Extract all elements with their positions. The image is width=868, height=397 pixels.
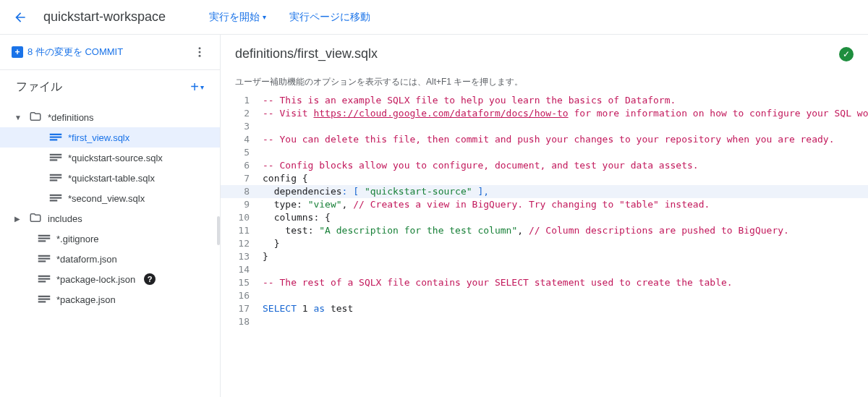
chevron-down-icon: ▼ — [14, 114, 23, 121]
commit-label: 8 件の変更を COMMIT — [27, 46, 123, 59]
svg-rect-25 — [38, 299, 51, 300]
line-number: 12 — [221, 237, 263, 250]
line-number: 15 — [221, 276, 263, 289]
file-icon — [38, 294, 51, 304]
files-heading: ファイル — [16, 80, 62, 95]
folder-icon — [29, 110, 42, 125]
code-token: test — [263, 225, 308, 236]
svg-rect-15 — [38, 235, 51, 236]
code-token: -- The rest of a SQLX file contains your… — [263, 277, 733, 288]
file-path-heading: definitions/first_view.sqlx — [235, 46, 839, 61]
tree-file-package-lock[interactable]: *package-lock.json ? — [0, 269, 220, 289]
svg-rect-26 — [38, 301, 46, 302]
code-token: : — [297, 199, 308, 210]
code-token: // Column descriptions are pushed to Big… — [529, 225, 789, 236]
tree-label: includes — [48, 213, 82, 224]
tree-label: *.gitignore — [56, 234, 99, 244]
help-icon[interactable]: ? — [144, 273, 156, 285]
line-number: 11 — [221, 224, 263, 237]
code-token: "quickstart-source" — [365, 186, 472, 197]
tree-label: *quickstart-table.sqlx — [68, 173, 155, 184]
sidebar-resize-handle[interactable] — [217, 216, 220, 245]
svg-rect-14 — [50, 200, 58, 201]
svg-rect-8 — [50, 159, 58, 161]
back-button[interactable] — [12, 9, 29, 26]
tree-label: *definitions — [48, 112, 94, 123]
code-token: columns — [263, 212, 313, 223]
svg-rect-3 — [50, 134, 62, 135]
tree-file-quickstart-source[interactable]: *quickstart-source.sqlx — [0, 148, 220, 168]
code-link[interactable]: https://cloud.google.com/dataform/docs/h… — [313, 108, 568, 119]
line-number: 4 — [221, 133, 263, 146]
svg-rect-19 — [38, 258, 51, 260]
code-token: : { — [313, 212, 330, 223]
add-file-button[interactable]: + ▾ — [190, 79, 204, 95]
chevron-right-icon: ▶ — [14, 215, 23, 223]
code-token: } — [263, 238, 279, 249]
go-to-execution-link[interactable]: 実行ページに移動 — [289, 11, 370, 24]
tree-label: *package-lock.json — [56, 274, 135, 285]
code-token: -- Config blocks allow you to configure,… — [263, 160, 699, 171]
line-number: 17 — [221, 302, 263, 315]
start-execution-button[interactable]: 実行を開始 ▾ — [209, 11, 266, 24]
code-token: config { — [263, 173, 308, 184]
file-icon — [38, 274, 51, 284]
svg-rect-6 — [50, 154, 62, 155]
code-token: } — [263, 251, 268, 262]
line-number: 9 — [221, 198, 263, 211]
tree-file-gitignore[interactable]: *.gitignore — [0, 229, 220, 249]
svg-rect-22 — [38, 278, 51, 280]
line-number: 6 — [221, 159, 263, 172]
code-token: ], — [472, 186, 489, 197]
svg-rect-18 — [38, 255, 51, 257]
line-number: 7 — [221, 172, 263, 185]
line-number: 3 — [221, 120, 263, 133]
plus-icon: + — [190, 79, 199, 95]
file-icon — [38, 234, 51, 244]
svg-rect-16 — [38, 238, 51, 239]
line-number: 1 — [221, 94, 263, 107]
svg-rect-13 — [50, 197, 62, 199]
tree-label: *first_view.sqlx — [68, 132, 129, 143]
svg-rect-7 — [50, 157, 62, 158]
start-execution-label: 実行を開始 — [209, 11, 260, 24]
line-number: 16 — [221, 289, 263, 302]
code-token: : — [308, 225, 320, 236]
caret-down-icon: ▾ — [263, 13, 266, 21]
svg-rect-12 — [50, 195, 62, 196]
svg-rect-20 — [38, 260, 46, 262]
code-token: test — [325, 303, 353, 314]
code-token: : [ — [342, 186, 365, 197]
tree-file-quickstart-table[interactable]: *quickstart-table.sqlx — [0, 168, 220, 188]
tree-label: *package.json — [56, 294, 116, 305]
tree-file-package-json[interactable]: *package.json — [0, 289, 220, 310]
status-ok-icon: ✓ — [839, 47, 854, 61]
tree-folder-includes[interactable]: ▶ includes — [0, 208, 220, 229]
more-menu-button[interactable] — [191, 43, 208, 61]
file-tree: ▼ *definitions *first_view.sqlx *quickst… — [0, 104, 220, 312]
line-number: 2 — [221, 107, 263, 120]
tree-file-second-view[interactable]: *second_view.sqlx — [0, 188, 220, 208]
plus-icon: + — [12, 46, 23, 58]
line-number: 5 — [221, 146, 263, 159]
sqlx-icon — [49, 153, 62, 163]
code-token: dependencies — [263, 186, 342, 197]
code-token: , — [342, 199, 354, 210]
sqlx-icon — [49, 173, 62, 183]
sqlx-icon — [49, 132, 62, 142]
line-number: 10 — [221, 211, 263, 224]
commit-button[interactable]: + 8 件の変更を COMMIT — [12, 46, 191, 59]
tree-folder-definitions[interactable]: ▼ *definitions — [0, 107, 220, 127]
svg-point-2 — [199, 55, 201, 57]
svg-rect-4 — [50, 137, 62, 138]
code-editor[interactable]: 1-- This is an example SQLX file to help… — [221, 94, 868, 397]
svg-rect-5 — [50, 139, 58, 140]
workspace-title: quickstart-workspace — [43, 9, 166, 25]
svg-point-0 — [199, 47, 201, 49]
caret-down-icon: ▾ — [200, 83, 204, 91]
code-token: SELECT — [263, 303, 297, 314]
tree-file-dataform-json[interactable]: *dataform.json — [0, 249, 220, 269]
svg-rect-11 — [50, 179, 58, 181]
tree-file-first-view[interactable]: *first_view.sqlx — [0, 127, 220, 148]
line-number: 8 — [221, 185, 263, 198]
